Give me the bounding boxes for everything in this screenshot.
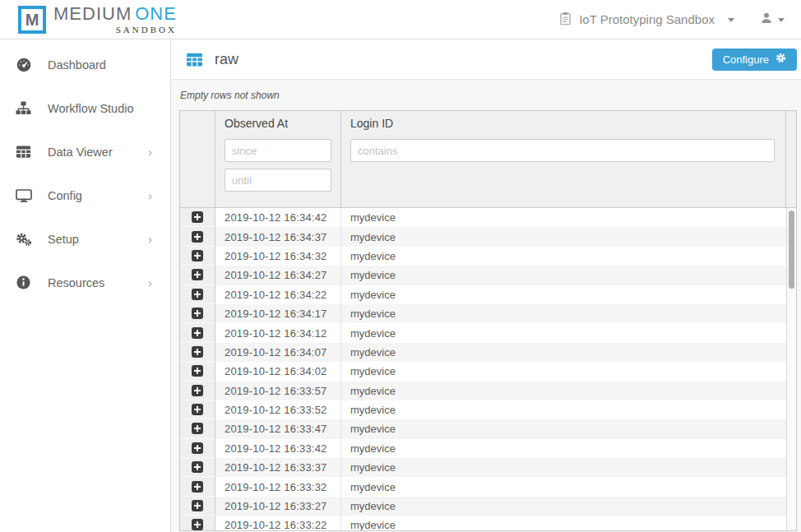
sidebar-item-resources[interactable]: Resources › [0, 261, 170, 304]
observed-at-cell: 2019-10-12 16:33:27 [215, 497, 341, 516]
expand-row-button plus-icon[interactable] [192, 250, 203, 261]
login-id-cell: mydevice [341, 516, 786, 531]
expand-row-button plus-icon[interactable] [192, 308, 203, 319]
expand-row-cell [180, 323, 215, 342]
workspace-selector[interactable]: IoT Prototyping Sandbox [558, 12, 734, 28]
info-icon [16, 275, 32, 291]
expand-row-cell [180, 439, 215, 458]
login-id-cell: mydevice [341, 458, 786, 477]
login-id-header-cell: Login ID [341, 111, 786, 207]
expand-row-button plus-icon[interactable] [192, 519, 203, 530]
table-row: 2019-10-12 16:33:42 mydevice [180, 439, 786, 458]
expand-row-button plus-icon[interactable] [192, 385, 203, 396]
expand-row-cell [180, 343, 215, 362]
gear-icon [776, 53, 786, 66]
observed-at-cell: 2019-10-12 16:33:22 [215, 516, 341, 531]
logo-letter: M [25, 11, 39, 30]
expand-row-button plus-icon[interactable] [192, 461, 203, 473]
observed-at-cell: 2019-10-12 16:33:52 [215, 400, 341, 419]
main-panel: raw Configure Empty rows not shown [171, 39, 801, 532]
login-id-cell: mydevice [341, 208, 786, 227]
expand-row-button plus-icon[interactable] [192, 289, 203, 300]
expand-row-cell [180, 227, 215, 246]
empty-rows-note: Empty rows not shown [180, 90, 797, 101]
observed-at-cell: 2019-10-12 16:33:32 [215, 477, 341, 496]
expand-row-cell [180, 362, 215, 381]
expand-row-cell [180, 382, 215, 400]
scrollbar-thumb[interactable] [789, 210, 794, 289]
chevron-down-icon [728, 18, 734, 22]
sidebar-item-workflow-studio[interactable]: Workflow Studio [0, 86, 170, 130]
expand-row-button plus-icon[interactable] [192, 481, 203, 493]
table-body: 2019-10-12 16:34:42 mydevice 2019-10-12 … [180, 208, 786, 530]
gears-icon [16, 231, 32, 247]
table-row: 2019-10-12 16:33:52 mydevice [180, 400, 786, 419]
table-icon [16, 144, 32, 160]
expand-row-button plus-icon[interactable] [192, 269, 203, 280]
dashboard-icon [16, 57, 32, 73]
expand-row-cell [180, 266, 215, 285]
brand-tagline: SANDBOX [53, 25, 177, 35]
vertical-scrollbar[interactable] [786, 208, 796, 530]
expand-row-button plus-icon[interactable] [192, 423, 203, 434]
table-row: 2019-10-12 16:34:32 mydevice [180, 247, 786, 266]
expand-row-button plus-icon[interactable] [192, 500, 203, 511]
column-header-login-id: Login ID [350, 117, 775, 130]
expand-row-cell [180, 497, 215, 516]
chevron-down-icon [778, 18, 785, 22]
monitor-icon [16, 187, 32, 204]
observed-at-cell: 2019-10-12 16:34:12 [215, 323, 341, 342]
login-id-cell: mydevice [341, 227, 786, 246]
observed-at-cell: 2019-10-12 16:34:37 [215, 227, 341, 246]
observed-at-cell: 2019-10-12 16:34:02 [215, 362, 341, 381]
sidebar-item-label: Resources [48, 276, 104, 289]
brand-name: MEDIUMONE [53, 4, 177, 24]
observed-at-cell: 2019-10-12 16:33:42 [215, 439, 341, 458]
sidebar-item-label: Dashboard [48, 58, 106, 72]
contains-filter-input[interactable] [350, 139, 775, 162]
table-row: 2019-10-12 16:33:22 mydevice [180, 516, 786, 531]
expand-row-button plus-icon[interactable] [192, 365, 203, 377]
since-filter-input[interactable] [225, 139, 331, 162]
chevron-right-icon: › [148, 233, 152, 245]
sidebar-item-data-viewer[interactable]: Data Viewer › [0, 130, 170, 173]
content-area: Empty rows not shown Observed At Login I… [171, 80, 801, 532]
user-icon [760, 12, 773, 27]
expand-row-button plus-icon[interactable] [192, 346, 203, 358]
login-id-cell: mydevice [341, 323, 786, 342]
expand-row-button plus-icon[interactable] [192, 231, 203, 243]
logo-m-icon: M [18, 6, 46, 34]
expand-row-button plus-icon[interactable] [192, 211, 203, 223]
until-filter-input[interactable] [225, 169, 331, 192]
observed-at-cell: 2019-10-12 16:34:32 [215, 247, 341, 266]
configure-button[interactable]: Configure [712, 49, 797, 71]
table-icon [186, 51, 203, 68]
sidebar-item-config[interactable]: Config › [0, 173, 170, 217]
login-id-cell: mydevice [341, 362, 786, 381]
top-bar: M MEDIUMONE SANDBOX IoT Prototyping Sand… [0, 0, 801, 39]
login-id-cell: mydevice [341, 247, 786, 266]
table-row: 2019-10-12 16:33:57 mydevice [180, 382, 786, 400]
expand-row-button plus-icon[interactable] [192, 404, 203, 415]
login-id-cell: mydevice [341, 400, 786, 419]
user-menu[interactable] [760, 12, 785, 27]
expand-row-button plus-icon[interactable] [192, 442, 203, 454]
sidebar-item-label: Workflow Studio [48, 102, 134, 115]
sidebar-item-dashboard[interactable]: Dashboard [0, 43, 170, 86]
login-id-cell: mydevice [341, 419, 786, 438]
page-header: raw Configure [171, 39, 801, 80]
expand-row-button plus-icon[interactable] [192, 327, 203, 339]
expand-row-cell [180, 477, 215, 496]
sidebar-item-label: Data Viewer [48, 146, 113, 159]
table-row: 2019-10-12 16:33:37 mydevice [180, 458, 786, 477]
table-row: 2019-10-12 16:34:02 mydevice [180, 362, 786, 381]
table-row: 2019-10-12 16:33:32 mydevice [180, 477, 786, 496]
expand-row-cell [180, 247, 215, 266]
table-row: 2019-10-12 16:33:47 mydevice [180, 419, 786, 438]
sidebar-item-setup[interactable]: Setup › [0, 217, 170, 261]
login-id-cell: mydevice [341, 497, 786, 516]
expand-row-cell [180, 400, 215, 419]
chevron-right-icon: › [148, 276, 152, 289]
expand-row-cell [180, 516, 215, 531]
login-id-cell: mydevice [341, 439, 786, 458]
